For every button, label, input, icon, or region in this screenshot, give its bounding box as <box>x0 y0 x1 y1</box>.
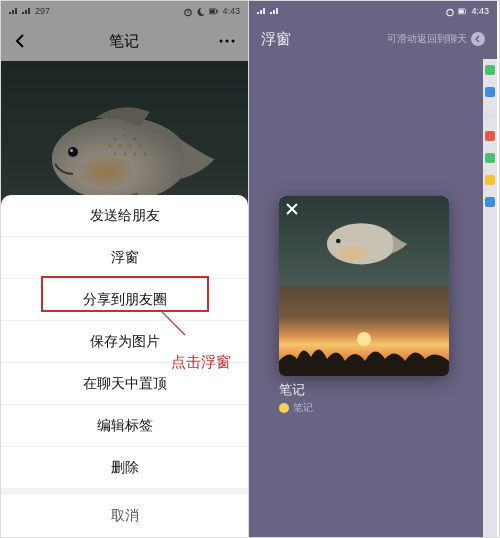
alarm-icon <box>183 7 193 15</box>
sheet-item-label: 保存为图片 <box>90 333 160 351</box>
signal2-icon <box>22 7 32 15</box>
card-subtitle: 笔记 <box>279 401 313 415</box>
annotation-arrow <box>151 311 201 341</box>
svg-rect-2 <box>210 10 215 13</box>
sheet-item-floatwindow[interactable]: 浮窗 <box>1 237 248 279</box>
annotation-text: 点击浮窗 <box>171 353 231 372</box>
card-image-fish <box>279 196 449 286</box>
sheet-item-label: 浮窗 <box>111 249 139 267</box>
sheet-cancel[interactable]: 取消 <box>1 495 248 537</box>
floatwindow-title: 浮窗 <box>261 30 291 49</box>
card-title: 笔记 <box>279 381 305 399</box>
signal2-icon <box>270 7 280 15</box>
floatwindow-header: 浮窗 可滑动返回到聊天 <box>249 23 497 55</box>
note-dot-icon <box>279 403 289 413</box>
sheet-cancel-label: 取消 <box>111 507 139 525</box>
edge-app-icon[interactable] <box>485 175 495 185</box>
battery-icon <box>458 7 468 15</box>
edge-app-icon[interactable] <box>485 153 495 163</box>
signal-icon <box>257 7 267 15</box>
edge-app-icon[interactable] <box>485 109 495 119</box>
sheet-item-delete[interactable]: 删除 <box>1 447 248 489</box>
status-left-text: 297 <box>35 6 50 16</box>
edge-app-icon[interactable] <box>485 197 495 207</box>
moon-icon <box>196 7 206 15</box>
battery-icon <box>209 7 219 15</box>
sheet-item-edittag[interactable]: 编辑标签 <box>1 405 248 447</box>
card-subtitle-text: 笔记 <box>293 401 313 415</box>
sheet-item-sharemoments[interactable]: 分享到朋友圈 <box>1 279 248 321</box>
alarm-icon <box>445 7 455 15</box>
edge-app-icon[interactable] <box>485 131 495 141</box>
sheet-item-label: 编辑标签 <box>97 417 153 435</box>
sheet-item-label: 发送给朋友 <box>90 207 160 225</box>
app-edge-strip[interactable] <box>483 59 497 537</box>
svg-point-22 <box>447 9 453 15</box>
close-icon[interactable] <box>283 200 301 218</box>
svg-point-28 <box>357 332 371 346</box>
status-time: 4:43 <box>222 6 240 16</box>
card-image-sunset <box>279 286 449 376</box>
sheet-item-label: 删除 <box>111 459 139 477</box>
edge-app-icon[interactable] <box>485 65 495 75</box>
sheet-item-label: 分享到朋友圈 <box>83 291 167 309</box>
swipe-hint-text: 可滑动返回到聊天 <box>387 32 467 46</box>
svg-point-27 <box>338 247 367 261</box>
svg-point-26 <box>336 239 341 244</box>
statusbar-right: 4:43 <box>249 1 497 21</box>
chevron-left-icon <box>471 32 485 46</box>
sheet-item-label: 在聊天中置顶 <box>83 375 167 393</box>
svg-rect-24 <box>459 10 464 13</box>
statusbar-left: 297 4:43 <box>1 1 248 21</box>
status-time: 4:43 <box>471 6 489 16</box>
swipe-hint: 可滑动返回到聊天 <box>387 32 485 46</box>
sheet-item-sendfriend[interactable]: 发送给朋友 <box>1 195 248 237</box>
edge-app-icon[interactable] <box>485 87 495 97</box>
right-phone-screenshot: 4:43 浮窗 可滑动返回到聊天 <box>249 1 497 537</box>
signal-icon <box>9 7 19 15</box>
svg-rect-3 <box>217 11 218 13</box>
left-phone-screenshot: 297 4:43 笔记 <box>1 1 249 537</box>
floating-card[interactable] <box>279 196 449 376</box>
